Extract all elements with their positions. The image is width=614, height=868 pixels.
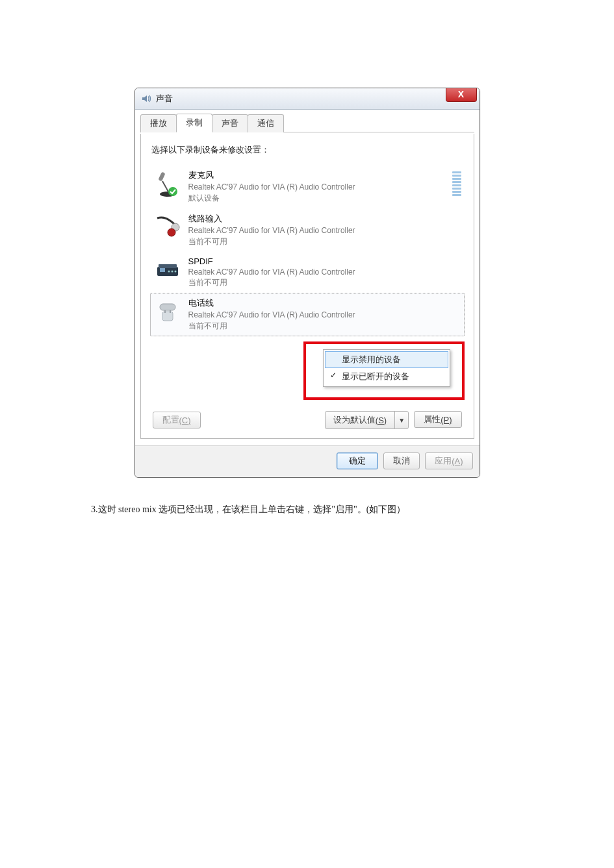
hotkey: (S) [376, 415, 387, 425]
device-driver: Realtek AC'97 Audio for VIA (R) Audio Co… [188, 225, 461, 236]
close-icon: X [458, 89, 464, 99]
hotkey: (A) [452, 456, 463, 466]
menu-item-label: 显示已断开的设备 [342, 371, 409, 382]
line-in-icon [153, 213, 182, 242]
device-item-spdif[interactable]: SPDIF Realtek AC'97 Audio for VIA (R) Au… [150, 252, 465, 293]
svg-rect-7 [160, 268, 165, 272]
ok-button[interactable]: 确定 [337, 453, 378, 469]
phone-line-icon [153, 297, 182, 326]
dialog-footer: 确定 取消 应用(A) [135, 445, 480, 477]
context-menu: 显示禁用的设备 ✓ 显示已断开的设备 [323, 349, 450, 387]
tab-bar: 播放 录制 声音 通信 [140, 115, 474, 132]
device-name: 麦克风 [188, 169, 447, 181]
instruction-label: 选择以下录制设备来修改设置： [151, 144, 465, 156]
microphone-icon [153, 169, 182, 198]
hotkey: (P) [441, 415, 452, 425]
device-item-phone-line[interactable]: 电话线 Realtek AC'97 Audio for VIA (R) Audi… [150, 293, 465, 336]
device-name: SPDIF [188, 256, 461, 266]
configure-button[interactable]: 配置(C) [153, 412, 201, 428]
step-3-caption: 3.这时 stereo mix 选项已经出现，在该栏目上单击右键，选择"启用"。… [91, 504, 614, 515]
device-name: 线路输入 [188, 213, 461, 225]
device-driver: Realtek AC'97 Audio for VIA (R) Audio Co… [188, 182, 447, 193]
level-meter [452, 171, 461, 201]
svg-rect-12 [160, 304, 175, 310]
svg-point-9 [171, 270, 173, 272]
device-item-microphone[interactable]: 麦克风 Realtek AC'97 Audio for VIA (R) Audi… [150, 165, 465, 208]
device-name: 电话线 [188, 297, 461, 309]
tab-recording[interactable]: 录制 [176, 114, 212, 132]
chevron-down-icon[interactable]: ▼ [395, 412, 408, 428]
sound-dialog: 声音 X 播放 录制 声音 通信 选择以下录制设备来修改设置： [134, 88, 480, 478]
device-driver: Realtek AC'97 Audio for VIA (R) Audio Co… [188, 267, 461, 278]
device-status: 当前不可用 [188, 236, 461, 247]
button-label: 配置 [162, 414, 179, 426]
menu-item-show-disconnected[interactable]: ✓ 显示已断开的设备 [325, 368, 448, 385]
button-label: 应用 [435, 455, 452, 467]
svg-rect-0 [158, 171, 165, 181]
sound-icon [140, 93, 152, 105]
device-status: 默认设备 [188, 193, 447, 204]
properties-button[interactable]: 属性(P) [414, 411, 461, 428]
apply-button[interactable]: 应用(A) [425, 453, 472, 469]
tab-playback[interactable]: 播放 [140, 114, 177, 132]
tab-sounds[interactable]: 声音 [212, 114, 248, 132]
device-status: 当前不可用 [188, 321, 461, 332]
svg-point-4 [168, 229, 175, 236]
set-default-split-button[interactable]: 设为默认值(S) ▼ [325, 411, 409, 429]
button-label: 设为默认值 [333, 414, 376, 426]
svg-point-8 [168, 270, 170, 272]
tab-panel-recording: 选择以下录制设备来修改设置： 麦克风 Real [140, 134, 474, 439]
svg-rect-6 [159, 264, 177, 268]
device-status: 当前不可用 [188, 277, 461, 288]
spdif-icon [153, 256, 182, 285]
titlebar: 声音 X [135, 88, 480, 110]
button-label: 属性 [424, 414, 441, 425]
menu-item-show-disabled[interactable]: 显示禁用的设备 [325, 351, 448, 368]
device-item-line-in[interactable]: 线路输入 Realtek AC'97 Audio for VIA (R) Aud… [150, 208, 465, 252]
svg-point-10 [174, 270, 176, 272]
menu-item-label: 显示禁用的设备 [342, 354, 401, 366]
hotkey: (C) [179, 415, 191, 425]
checkmark-icon: ✓ [329, 371, 338, 380]
svg-point-2 [168, 187, 177, 196]
tab-communications[interactable]: 通信 [248, 114, 284, 132]
dialog-title: 声音 [156, 93, 173, 105]
close-button[interactable]: X [446, 88, 477, 102]
svg-rect-11 [162, 312, 173, 321]
cancel-button[interactable]: 取消 [383, 453, 420, 469]
device-driver: Realtek AC'97 Audio for VIA (R) Audio Co… [188, 310, 461, 321]
